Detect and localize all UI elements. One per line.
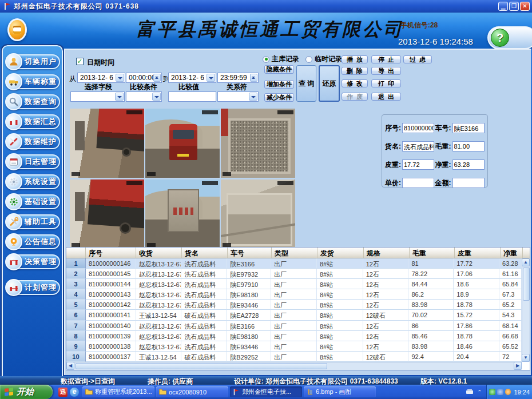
date-time-checkbox[interactable]: ✓: [76, 58, 84, 65]
detail-field-value[interactable]: 8100000001: [402, 123, 434, 133]
chevron-down-icon[interactable]: [115, 93, 124, 101]
help-button[interactable]: ?: [491, 29, 509, 47]
ie-icon[interactable]: e: [70, 388, 79, 397]
table-row[interactable]: 10810000000137王诚13-12-54破石成品料陕B29252出厂8#…: [66, 352, 522, 362]
quicklaunch-app-icon[interactable]: 迅: [58, 388, 68, 397]
column-header[interactable]: 货名: [182, 248, 228, 258]
to-date-select[interactable]: 2013-12- 6: [168, 73, 216, 83]
table-row[interactable]: 1810000000146赵忍权13-12-67洗石成品料陕E3166出厂8#站…: [66, 258, 522, 269]
detail-field-value[interactable]: 63.28: [452, 159, 485, 170]
taskbar-task-4[interactable]: 6.bmp - 画图: [304, 386, 376, 397]
scroll-right-icon[interactable]: ▶: [514, 362, 522, 370]
from-date-select[interactable]: 2013-12- 6: [77, 73, 125, 83]
vertical-scrollbar[interactable]: ▲ ▼: [522, 258, 530, 362]
table-cell: 12石: [363, 321, 409, 331]
hscroll-thumb[interactable]: [76, 363, 327, 369]
minimize-button[interactable]: ▁: [498, 2, 508, 11]
field-select[interactable]: [70, 91, 125, 102]
query-button[interactable]: 查 询: [296, 65, 316, 102]
detail-field-value[interactable]: 17.72: [402, 159, 434, 170]
column-header[interactable]: 毛重: [410, 248, 455, 258]
scroll-up-icon[interactable]: ▲: [522, 258, 530, 266]
compare-select[interactable]: [126, 91, 162, 102]
sidebar-item-9[interactable]: 辅助工具: [10, 214, 60, 229]
table-cell: 12石: [363, 289, 409, 300]
detail-field-value[interactable]: 陕E3166: [452, 123, 485, 133]
sidebar-item-7[interactable]: 系统设置: [10, 174, 60, 189]
detail-field-value[interactable]: [402, 178, 434, 188]
column-header[interactable]: 皮重: [455, 248, 501, 258]
taskbar-task-3[interactable]: 郑州金恒电子技...: [230, 386, 302, 397]
delete-button[interactable]: 删 除: [342, 67, 368, 75]
table-cell: 出厂: [271, 310, 317, 320]
to-time-spinner[interactable]: 23:59:59: [217, 73, 259, 83]
column-header[interactable]: 类型: [272, 248, 317, 258]
chevron-down-icon[interactable]: [116, 74, 124, 82]
tray-shield-icon[interactable]: [489, 389, 495, 395]
chevron-down-icon[interactable]: [152, 93, 161, 101]
table-row[interactable]: 9810000000138赵忍权13-12-67洗石成品料陕E93446出厂8#…: [66, 341, 522, 352]
column-header[interactable]: 收货: [136, 248, 182, 258]
spinner-arrows-icon[interactable]: [250, 74, 257, 82]
notification-chevron-icon[interactable]: ⌃: [477, 389, 482, 395]
table-row[interactable]: 4810000000143赵忍权13-12-67洗石成品料陕E98180出厂8#…: [66, 289, 522, 300]
tray-network-icon[interactable]: [497, 389, 503, 395]
sidebar-item-1[interactable]: 切换用户: [10, 54, 60, 69]
table-row[interactable]: 2810000000145赵忍权13-12-67洗石成品料陕E97932出厂8#…: [66, 269, 522, 279]
stop-button[interactable]: 停 止: [371, 55, 401, 63]
scroll-down-icon[interactable]: ▼: [522, 354, 530, 362]
hide-condition-button[interactable]: 隐藏条件: [264, 65, 294, 74]
start-button[interactable]: 开始: [0, 385, 53, 399]
filter-button[interactable]: 过 虑: [403, 55, 432, 63]
tray-volume-icon[interactable]: [505, 389, 511, 395]
sidebar-item-4[interactable]: 数据汇总: [10, 114, 60, 129]
main-record-radio[interactable]: 主库记录: [263, 54, 299, 64]
relation-select[interactable]: [217, 91, 259, 102]
vscroll-thumb[interactable]: [523, 268, 530, 301]
table-row[interactable]: 7810000000140赵忍权13-12-67洗石成品料陕E3166出厂8#站…: [66, 321, 522, 331]
table-row[interactable]: 5810000000142赵忍权13-12-67洗石成品料陕E93446出厂8#…: [66, 300, 522, 310]
temp-record-radio[interactable]: 临时记录: [305, 54, 342, 64]
sidebar-item-3[interactable]: 数据查询: [10, 94, 60, 109]
restore-button-big[interactable]: 还原: [319, 65, 340, 102]
horizontal-scrollbar[interactable]: ◀ ▶: [66, 362, 522, 370]
restore-button[interactable]: ❐: [509, 2, 519, 11]
taskbar-task-1[interactable]: 称重管理系统2013...: [82, 386, 154, 397]
sidebar-item-11[interactable]: 决策管理: [10, 254, 60, 269]
scroll-left-icon[interactable]: ◀: [66, 362, 74, 370]
table-row[interactable]: 8810000000139赵忍权13-12-67洗石成品料陕E98180出厂8#…: [66, 331, 522, 341]
export-button[interactable]: 导 出: [371, 67, 401, 75]
table-cell: 810000000142: [86, 300, 136, 310]
column-header[interactable]: 车号: [228, 248, 272, 258]
table-row[interactable]: 3810000000144赵忍权13-12-67洗石成品料陕E97910出厂8#…: [66, 279, 522, 289]
sidebar-item-5[interactable]: 数据维护: [10, 134, 60, 149]
column-header[interactable]: 发货: [317, 248, 364, 258]
column-header[interactable]: 规格: [364, 248, 410, 258]
chevron-down-icon[interactable]: [249, 93, 257, 101]
print-button[interactable]: 打 印: [371, 79, 401, 87]
exit-button[interactable]: 退 出: [371, 93, 401, 101]
detail-field-value[interactable]: [452, 178, 485, 188]
table-row[interactable]: 6810000000141王诚13-12-54破石成品料陕EA2728出厂8#站…: [66, 310, 522, 320]
sidebar-item-8[interactable]: 基础设置: [10, 194, 60, 209]
sidebar-item-10[interactable]: 公告信息: [10, 234, 60, 249]
from-time-spinner[interactable]: 00:00:00: [126, 73, 162, 83]
detail-field-value[interactable]: 81.00: [452, 141, 485, 151]
spinner-arrows-icon[interactable]: [153, 74, 161, 82]
close-button[interactable]: ✕: [520, 2, 530, 11]
reduce-condition-button[interactable]: 减少条件: [264, 93, 294, 102]
play-button[interactable]: 播 放: [342, 55, 368, 63]
modify-button[interactable]: 修 改: [342, 79, 368, 87]
sidebar-item-12[interactable]: 计划管理: [10, 280, 60, 295]
sidebar-item-6[interactable]: 日志管理: [10, 154, 60, 169]
compare-value-input[interactable]: [168, 91, 216, 102]
column-header[interactable]: 净重: [501, 248, 523, 258]
detail-field-value[interactable]: 洗石成品料: [402, 141, 434, 151]
sidebar-item-2[interactable]: 车辆称重: [10, 74, 60, 89]
printer-icon[interactable]: [466, 389, 474, 395]
chevron-down-icon[interactable]: [207, 74, 215, 82]
void-button[interactable]: 作 废: [342, 93, 368, 101]
column-header[interactable]: 序号: [86, 248, 136, 258]
taskbar-task-2[interactable]: ocx20080910: [156, 386, 228, 397]
add-condition-button[interactable]: 增加条件: [264, 80, 294, 89]
